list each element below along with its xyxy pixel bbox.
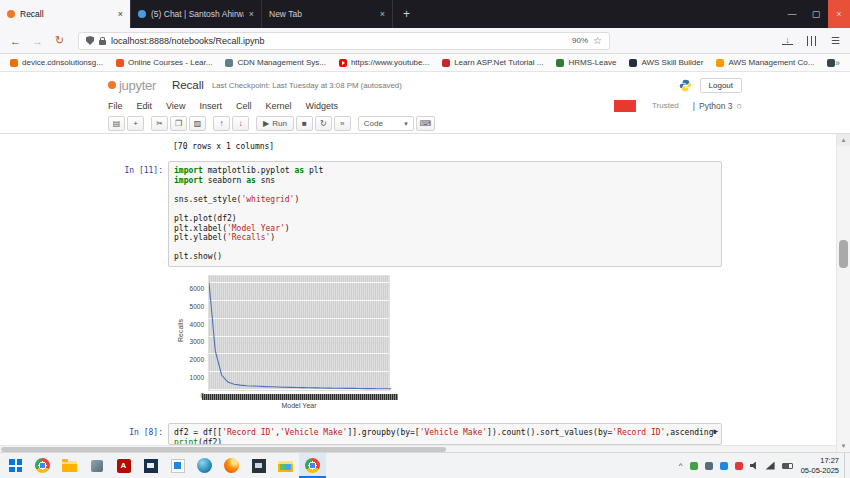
desktop: Recall×(5) Chat | Santosh Ahirwar | Mi×N… (0, 0, 850, 478)
trusted-badge[interactable]: Trusted (652, 101, 679, 110)
file-explorer[interactable] (56, 453, 83, 478)
menu-file[interactable]: File (108, 101, 123, 111)
media-folder[interactable] (272, 453, 299, 478)
zoom-level[interactable]: 90% (572, 36, 588, 45)
bookmark-item[interactable]: https://www.youtube... (339, 58, 429, 67)
code-cell-plot[interactable]: In [11]: import matplotlib.pyplot as plt… (108, 161, 850, 267)
copy-cell-button[interactable]: ❐ (170, 116, 187, 131)
chrome-pinned[interactable] (29, 453, 56, 478)
python-logo-icon (679, 79, 692, 92)
reload-icon[interactable]: ↻ (52, 34, 67, 47)
menu-cell[interactable]: Cell (236, 101, 252, 111)
light-app[interactable] (164, 453, 191, 478)
downloads-icon[interactable]: ↓ (782, 36, 793, 45)
add-cell-button[interactable]: + (127, 116, 144, 131)
plot-output-area: Recalls 0100020003000400050006000 Model … (108, 267, 850, 423)
minimize-button[interactable]: — (780, 0, 804, 28)
menu-kernel[interactable]: Kernel (265, 101, 291, 111)
tray-app-2-icon[interactable] (705, 462, 713, 470)
url-text[interactable]: localhost:8888/notebooks/Recall.ipynb (111, 36, 567, 46)
bookmark-item[interactable]: AWS Management Co... (716, 58, 814, 67)
code-cell-groupby[interactable]: In [8]: df2 = df[['Record ID','Vehicle M… (108, 423, 850, 445)
cell-type-select[interactable]: Code ▾ (358, 116, 414, 131)
horizontal-scrollbar[interactable] (0, 445, 836, 452)
shield-icon[interactable] (86, 36, 94, 45)
jupyter-logo[interactable]: jupyter (108, 78, 156, 93)
vertical-scrollbar[interactable]: ▲ ▼ (836, 134, 850, 452)
bookmark-item[interactable]: device.cdnsolutionsg... (10, 58, 103, 67)
menu-insert[interactable]: Insert (199, 101, 222, 111)
start-button[interactable] (2, 453, 29, 478)
dark-app-2[interactable] (245, 453, 272, 478)
library-icon[interactable] (807, 36, 817, 46)
tab-close-icon[interactable]: × (118, 9, 123, 19)
adobe-app[interactable]: A (110, 453, 137, 478)
forward-icon[interactable]: → (30, 35, 45, 47)
menu-icon[interactable]: ☰ (831, 35, 840, 46)
bookmark-item[interactable]: Online Courses - Lear... (116, 58, 212, 67)
logout-button[interactable]: Logout (700, 78, 742, 93)
save-button[interactable]: ▤ (108, 116, 125, 131)
scroll-down-icon[interactable]: ▼ (837, 440, 850, 452)
fast-forward-icon: » (340, 119, 344, 128)
utility-app[interactable] (83, 453, 110, 478)
bookmark-star-icon[interactable]: ☆ (593, 35, 602, 46)
code-text[interactable]: import matplotlib.pyplot as plt import s… (174, 166, 716, 262)
code-editor[interactable]: df2 = df[['Record ID','Vehicle Make']].g… (168, 423, 722, 445)
clock-date: 05-05-2025 (801, 466, 839, 476)
command-palette-button[interactable]: ⌨ (416, 116, 436, 131)
taskbar-clock[interactable]: 17:27 05-05-2025 (801, 456, 844, 476)
code-text[interactable]: df2 = df[['Record ID','Vehicle Make']].g… (174, 428, 716, 445)
scroll-up-icon[interactable]: ▲ (837, 134, 850, 146)
move-cell-down-button[interactable]: ↓ (232, 116, 249, 131)
bookmark-item[interactable]: Learn ASP.Net Tutorial ... (442, 58, 543, 67)
bookmarks-overflow-icon[interactable]: » (835, 58, 840, 68)
menu-widgets[interactable]: Widgets (305, 101, 338, 111)
tray-app-4-icon[interactable] (735, 462, 743, 470)
browser-tab[interactable]: (5) Chat | Santosh Ahirwar | Mi× (131, 0, 262, 28)
navbar-right-icons: ↓ ☰ (782, 35, 842, 46)
dark-app-1[interactable] (137, 453, 164, 478)
volume-icon[interactable] (750, 462, 759, 470)
tray-app-3-icon[interactable] (720, 462, 728, 470)
restart-kernel-button[interactable]: ↻ (315, 116, 332, 131)
cell-prompt: In [11]: (108, 161, 168, 267)
run-button[interactable]: ▶ Run (256, 116, 294, 131)
bookmark-item[interactable]: HRMS-Leave (556, 58, 616, 67)
tray-expand-icon[interactable]: ^ (679, 461, 683, 470)
media-folder-icon (278, 461, 293, 472)
chrome-pinned-icon (35, 458, 50, 473)
menu-edit[interactable]: Edit (137, 101, 153, 111)
battery-icon[interactable] (782, 463, 793, 469)
move-cell-up-button[interactable]: ↑ (213, 116, 230, 131)
close-window-button[interactable]: × (828, 0, 850, 28)
browser-tab[interactable]: Recall× (0, 0, 131, 28)
horizontal-scrollbar-thumb[interactable] (1, 447, 446, 452)
tray-app-1-icon[interactable] (690, 462, 698, 470)
back-icon[interactable]: ← (8, 35, 23, 47)
paste-cell-button[interactable]: ▨ (189, 116, 206, 131)
tab-close-icon[interactable]: × (249, 9, 254, 19)
restart-icon: ↻ (320, 119, 327, 128)
notebook-title[interactable]: Recall (172, 79, 204, 91)
browser-tab[interactable]: New Tab× (262, 0, 393, 28)
lock-icon[interactable] (99, 40, 106, 45)
bookmark-item[interactable]: CDN Management Sys... (225, 58, 325, 67)
restart-run-all-button[interactable]: » (334, 116, 351, 131)
menu-view[interactable]: View (166, 101, 185, 111)
teal-app[interactable] (191, 453, 218, 478)
new-tab-button[interactable]: + (393, 0, 420, 28)
chrome-active[interactable] (299, 453, 326, 478)
vertical-scrollbar-thumb[interactable] (839, 240, 848, 268)
code-editor[interactable]: import matplotlib.pyplot as plt import s… (168, 161, 722, 267)
maximize-button[interactable]: ▢ (804, 0, 828, 28)
address-bar[interactable]: localhost:8888/notebooks/Recall.ipynb 90… (78, 32, 610, 50)
stop-button[interactable]: ■ (296, 116, 313, 131)
bookmark-item[interactable]: Dashboard (827, 58, 835, 67)
firefox[interactable] (218, 453, 245, 478)
cut-cell-button[interactable]: ✂ (151, 116, 168, 131)
network-icon[interactable] (766, 462, 775, 470)
bookmark-item[interactable]: AWS Skill Builder (629, 58, 703, 67)
show-desktop-button[interactable] (844, 453, 848, 478)
tab-close-icon[interactable]: × (380, 9, 385, 19)
